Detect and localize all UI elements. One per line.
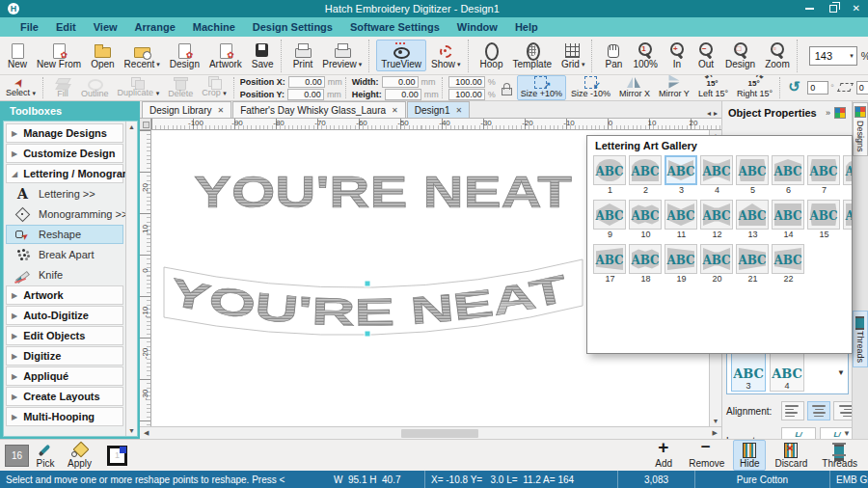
scale-x-input[interactable]: 100.00 bbox=[448, 76, 485, 88]
tab-scroll-left-icon[interactable]: ◂ bbox=[707, 109, 711, 118]
gallery-style-14[interactable]: ABC14 bbox=[772, 200, 805, 242]
toolbar-mirror-y-button[interactable]: Mirror Y bbox=[655, 75, 693, 100]
gallery-style-9[interactable]: ABC9 bbox=[593, 200, 627, 242]
toolbar-right-15-button[interactable]: Right 15° bbox=[733, 75, 776, 100]
gallery-style-3[interactable]: ABC3 bbox=[665, 155, 698, 198]
close-button[interactable]: ✕ bbox=[853, 4, 860, 14]
scroll-down-icon[interactable]: ▼ bbox=[843, 429, 851, 438]
menu-item-view[interactable]: View bbox=[85, 21, 126, 33]
dropdown-arrow-icon[interactable]: ▾ bbox=[156, 90, 160, 96]
gallery-style-10[interactable]: ABC10 bbox=[629, 200, 663, 242]
pick-color-button[interactable]: Pick bbox=[29, 440, 62, 471]
menu-item-window[interactable]: Window bbox=[448, 21, 506, 33]
toolbar-trueview-button[interactable]: TrueView bbox=[376, 40, 426, 71]
toolbar-crop-button[interactable]: Crop ▾ bbox=[198, 75, 231, 100]
restore-button[interactable] bbox=[829, 5, 837, 13]
reshape-handle-bottom[interactable] bbox=[365, 331, 370, 337]
gallery-style-18[interactable]: ABC18 bbox=[629, 244, 663, 286]
lock-proportions-icon[interactable] bbox=[497, 80, 516, 96]
gallery-style-20[interactable]: ABC20 bbox=[700, 244, 734, 286]
toolbar-recent-button[interactable]: Recent▾ bbox=[120, 40, 165, 71]
toolbar-artwork-button[interactable]: Artwork bbox=[204, 40, 247, 71]
dropdown-arrow-icon[interactable]: ▾ bbox=[156, 59, 160, 69]
dropdown-arrow-icon[interactable]: ▾ bbox=[359, 59, 363, 69]
scroll-right-icon[interactable]: ▶ bbox=[713, 429, 718, 437]
lettering-straight[interactable]: YOU'RE NEAT bbox=[190, 157, 595, 225]
toolbar-size-+10%-button[interactable]: Size +10% bbox=[517, 75, 566, 100]
tool-reshape[interactable]: Reshape bbox=[6, 225, 123, 244]
apply-color-button[interactable]: Apply bbox=[62, 440, 97, 471]
scroll-down-icon[interactable]: ▼ bbox=[713, 418, 719, 424]
threads-button[interactable]: Threads bbox=[816, 440, 863, 471]
toolbar-grid-button[interactable]: Grid▾ bbox=[556, 40, 589, 71]
gallery-style-19[interactable]: ABC19 bbox=[665, 244, 698, 286]
gallery-style-8[interactable]: ABC8 bbox=[843, 155, 852, 198]
menu-item-design-settings[interactable]: Design Settings bbox=[244, 21, 341, 33]
scroll-down-icon[interactable]: ▼ bbox=[128, 427, 135, 434]
gallery-style-17[interactable]: ABC17 bbox=[593, 244, 627, 286]
dropdown-arrow-icon[interactable]: ▾ bbox=[457, 59, 461, 69]
document-tab-design-library[interactable]: Design Library✕ bbox=[142, 101, 231, 118]
gallery-style-7[interactable]: ABC7 bbox=[807, 155, 841, 198]
toolbar-zoom-button[interactable]: ▫Zoom bbox=[760, 40, 795, 71]
menu-item-arrange[interactable]: Arrange bbox=[126, 21, 184, 33]
sidebar-section-edit-objects[interactable]: ▶Edit Objects bbox=[6, 326, 123, 345]
width-input[interactable]: 0.00 bbox=[382, 76, 419, 88]
sidebar-section-multi-hooping[interactable]: ▶Multi-Hooping bbox=[6, 407, 123, 426]
tool-break-apart[interactable]: Break Apart bbox=[6, 245, 123, 264]
toolbar-template-button[interactable]: Template bbox=[507, 40, 556, 71]
align-center-button[interactable] bbox=[807, 401, 830, 420]
tab-close-icon[interactable]: ✕ bbox=[217, 106, 224, 115]
designs-panel-icon[interactable] bbox=[834, 107, 846, 119]
sidebar-section-appliqu[interactable]: ▶Appliqué bbox=[6, 366, 123, 386]
gallery-style-22[interactable]: ABC22 bbox=[772, 244, 805, 286]
tool-monogramming[interactable]: Monogramming >> bbox=[6, 204, 123, 224]
tool-knife[interactable]: Knife bbox=[6, 265, 123, 285]
tool-lettering[interactable]: Lettering >> bbox=[6, 184, 123, 203]
dropdown-arrow-icon[interactable]: ▾ bbox=[582, 59, 585, 69]
current-color-chip[interactable]: 1 bbox=[107, 446, 127, 466]
toolbar-fill-button[interactable]: Fill bbox=[49, 75, 76, 100]
toolbar-pan-button[interactable]: Pan bbox=[599, 40, 628, 71]
scale-y-input[interactable]: 100.00 bbox=[448, 89, 485, 100]
toolbar-size-10%-button[interactable]: Size -10% bbox=[567, 75, 614, 100]
toolbar-left-15-button[interactable]: Left 15° bbox=[694, 75, 732, 100]
scroll-left-icon[interactable]: ◀ bbox=[144, 429, 149, 437]
menu-item-machine[interactable]: Machine bbox=[184, 21, 244, 33]
gallery-style-6[interactable]: ABC6 bbox=[772, 155, 805, 198]
discard-button[interactable]: Discard bbox=[769, 440, 813, 471]
palette-color-16[interactable]: 16 bbox=[5, 445, 29, 467]
sidebar-section-digitize[interactable]: ▶Digitize bbox=[6, 346, 123, 366]
toolbar-print-button[interactable]: Print bbox=[288, 40, 318, 71]
toolbar-delete-button[interactable]: Delete bbox=[164, 75, 197, 100]
zoom-level-input[interactable]: 143 ▾ bbox=[809, 46, 857, 66]
document-tab-father-s-day-whisky-glass-laura[interactable]: Father's Day Whisky Glass_Laura✕ bbox=[232, 101, 406, 118]
skew-angle-input[interactable]: 0 bbox=[856, 81, 868, 95]
gallery-style-5[interactable]: ABC5 bbox=[736, 155, 770, 198]
panel-expand-icon[interactable]: » bbox=[826, 108, 830, 118]
position-x-input[interactable]: 0.00 bbox=[288, 76, 325, 88]
dropdown-arrow-icon[interactable]: ▾ bbox=[223, 90, 227, 96]
layout-circle-button[interactable]: L/ bbox=[781, 427, 816, 439]
toolbar-duplicate-button[interactable]: Duplicate ▾ bbox=[114, 75, 164, 100]
position-y-input[interactable]: 0.00 bbox=[287, 89, 324, 100]
reshape-handle-top[interactable] bbox=[365, 281, 370, 286]
sidebar-section-auto-digitize[interactable]: ▶Auto-Digitize bbox=[6, 306, 123, 325]
toolbar-show-button[interactable]: Show▾ bbox=[426, 40, 466, 71]
remove-button[interactable]: Remove bbox=[683, 440, 730, 471]
lettering-curved[interactable]: YOU'RE NEAT bbox=[156, 256, 590, 366]
skew-icon[interactable] bbox=[835, 80, 854, 96]
gallery-style-2[interactable]: ABC2 bbox=[629, 155, 663, 198]
canvas-horizontal-scrollbar[interactable]: ◀ ▶ bbox=[140, 426, 721, 439]
lettering-straight-text[interactable]: YOU'RE NEAT bbox=[194, 167, 572, 217]
align-left-button[interactable] bbox=[781, 401, 804, 420]
sidebar-section-artwork[interactable]: ▶Artwork bbox=[6, 285, 123, 305]
sidebar-section-lettering-monogramming[interactable]: ◢Lettering / Monogramming bbox=[6, 164, 123, 183]
sidebar-section-manage-designs[interactable]: ▶Manage Designs bbox=[6, 123, 123, 143]
rotate-angle-input[interactable]: 0 bbox=[807, 81, 828, 95]
toolbar-open-button[interactable]: Open bbox=[86, 40, 119, 71]
chevron-down-icon[interactable]: ▾ bbox=[850, 52, 854, 60]
gallery-style-16[interactable]: ABC16 bbox=[843, 200, 852, 242]
toolbar-outline-button[interactable]: Outline bbox=[77, 75, 113, 100]
toolbar-100%-button[interactable]: 1100% bbox=[628, 40, 663, 71]
